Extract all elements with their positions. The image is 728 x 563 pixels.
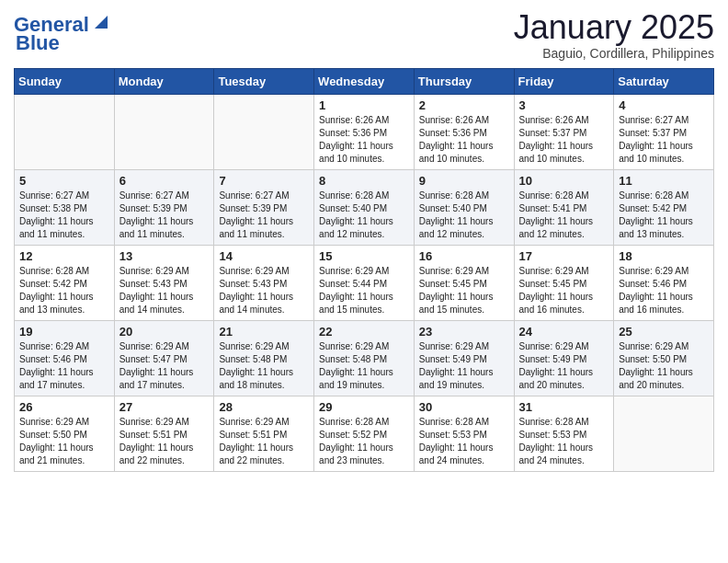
calendar-week-1: 1Sunrise: 6:26 AM Sunset: 5:36 PM Daylig… [15, 94, 714, 169]
day-cell-21: 21Sunrise: 6:29 AM Sunset: 5:48 PM Dayli… [214, 320, 314, 396]
day-cell-7: 7Sunrise: 6:27 AM Sunset: 5:39 PM Daylig… [214, 169, 314, 245]
day-info: Sunrise: 6:29 AM Sunset: 5:43 PM Dayligh… [219, 265, 309, 316]
day-cell-22: 22Sunrise: 6:29 AM Sunset: 5:48 PM Dayli… [314, 320, 415, 396]
day-number: 20 [119, 325, 210, 339]
day-header-thursday: Thursday [414, 68, 514, 94]
day-info: Sunrise: 6:29 AM Sunset: 5:44 PM Dayligh… [319, 265, 409, 316]
calendar-week-3: 12Sunrise: 6:28 AM Sunset: 5:42 PM Dayli… [15, 245, 714, 320]
day-cell-3: 3Sunrise: 6:26 AM Sunset: 5:37 PM Daylig… [514, 94, 614, 169]
empty-cell [614, 396, 714, 471]
day-cell-2: 2Sunrise: 6:26 AM Sunset: 5:36 PM Daylig… [414, 94, 514, 169]
day-cell-14: 14Sunrise: 6:29 AM Sunset: 5:43 PM Dayli… [214, 245, 314, 320]
day-number: 9 [419, 174, 509, 188]
day-cell-27: 27Sunrise: 6:29 AM Sunset: 5:51 PM Dayli… [114, 396, 214, 471]
day-number: 12 [19, 249, 109, 263]
day-info: Sunrise: 6:29 AM Sunset: 5:43 PM Dayligh… [119, 265, 210, 316]
day-number: 19 [19, 325, 109, 339]
day-info: Sunrise: 6:28 AM Sunset: 5:42 PM Dayligh… [619, 190, 709, 241]
day-number: 10 [519, 174, 609, 188]
day-number: 27 [119, 400, 210, 414]
day-header-wednesday: Wednesday [314, 68, 415, 94]
day-cell-11: 11Sunrise: 6:28 AM Sunset: 5:42 PM Dayli… [614, 169, 714, 245]
day-cell-5: 5Sunrise: 6:27 AM Sunset: 5:38 PM Daylig… [15, 169, 115, 245]
day-info: Sunrise: 6:26 AM Sunset: 5:37 PM Dayligh… [519, 114, 609, 166]
day-number: 13 [119, 249, 210, 263]
day-number: 18 [619, 249, 709, 263]
day-info: Sunrise: 6:28 AM Sunset: 5:42 PM Dayligh… [19, 265, 109, 316]
day-header-tuesday: Tuesday [214, 68, 314, 94]
day-cell-6: 6Sunrise: 6:27 AM Sunset: 5:39 PM Daylig… [114, 169, 214, 245]
day-cell-1: 1Sunrise: 6:26 AM Sunset: 5:36 PM Daylig… [314, 94, 415, 169]
day-number: 6 [119, 174, 210, 188]
calendar-week-4: 19Sunrise: 6:29 AM Sunset: 5:46 PM Dayli… [15, 320, 714, 396]
day-header-friday: Friday [514, 68, 614, 94]
day-number: 14 [219, 249, 309, 263]
day-number: 29 [319, 400, 409, 414]
day-cell-9: 9Sunrise: 6:28 AM Sunset: 5:40 PM Daylig… [414, 169, 514, 245]
day-info: Sunrise: 6:29 AM Sunset: 5:51 PM Dayligh… [219, 416, 309, 467]
calendar-week-5: 26Sunrise: 6:29 AM Sunset: 5:50 PM Dayli… [15, 396, 714, 471]
day-info: Sunrise: 6:29 AM Sunset: 5:49 PM Dayligh… [419, 340, 509, 392]
calendar-week-2: 5Sunrise: 6:27 AM Sunset: 5:38 PM Daylig… [15, 169, 714, 245]
month-title: January 2025 [514, 9, 714, 46]
day-cell-15: 15Sunrise: 6:29 AM Sunset: 5:44 PM Dayli… [314, 245, 415, 320]
day-cell-12: 12Sunrise: 6:28 AM Sunset: 5:42 PM Dayli… [15, 245, 115, 320]
day-number: 21 [219, 325, 309, 339]
day-number: 30 [419, 400, 509, 414]
day-header-sunday: Sunday [15, 68, 115, 94]
logo-icon [91, 12, 111, 32]
day-info: Sunrise: 6:28 AM Sunset: 5:40 PM Dayligh… [419, 190, 509, 241]
day-info: Sunrise: 6:28 AM Sunset: 5:53 PM Dayligh… [419, 416, 509, 467]
day-number: 25 [619, 325, 709, 339]
day-info: Sunrise: 6:29 AM Sunset: 5:48 PM Dayligh… [319, 340, 409, 392]
location: Baguio, Cordillera, Philippines [514, 46, 714, 61]
day-number: 11 [619, 174, 709, 188]
day-cell-24: 24Sunrise: 6:29 AM Sunset: 5:49 PM Dayli… [514, 320, 614, 396]
day-info: Sunrise: 6:27 AM Sunset: 5:37 PM Dayligh… [619, 114, 709, 166]
day-info: Sunrise: 6:28 AM Sunset: 5:53 PM Dayligh… [519, 416, 609, 467]
day-cell-19: 19Sunrise: 6:29 AM Sunset: 5:46 PM Dayli… [15, 320, 115, 396]
title-block: January 2025 Baguio, Cordillera, Philipp… [514, 9, 714, 61]
day-cell-13: 13Sunrise: 6:29 AM Sunset: 5:43 PM Dayli… [114, 245, 214, 320]
day-cell-30: 30Sunrise: 6:28 AM Sunset: 5:53 PM Dayli… [414, 396, 514, 471]
day-info: Sunrise: 6:29 AM Sunset: 5:50 PM Dayligh… [619, 340, 709, 392]
day-cell-26: 26Sunrise: 6:29 AM Sunset: 5:50 PM Dayli… [15, 396, 115, 471]
day-info: Sunrise: 6:29 AM Sunset: 5:45 PM Dayligh… [519, 265, 609, 316]
day-info: Sunrise: 6:28 AM Sunset: 5:40 PM Dayligh… [319, 190, 409, 241]
calendar-header-row: SundayMondayTuesdayWednesdayThursdayFrid… [15, 68, 714, 94]
day-cell-18: 18Sunrise: 6:29 AM Sunset: 5:46 PM Dayli… [614, 245, 714, 320]
day-number: 8 [319, 174, 409, 188]
day-info: Sunrise: 6:29 AM Sunset: 5:50 PM Dayligh… [19, 416, 109, 467]
empty-cell [214, 94, 314, 169]
svg-marker-0 [95, 16, 108, 29]
day-info: Sunrise: 6:29 AM Sunset: 5:48 PM Dayligh… [219, 340, 309, 392]
logo: General Blue [14, 14, 111, 54]
day-number: 4 [619, 98, 709, 112]
day-cell-8: 8Sunrise: 6:28 AM Sunset: 5:40 PM Daylig… [314, 169, 415, 245]
day-cell-10: 10Sunrise: 6:28 AM Sunset: 5:41 PM Dayli… [514, 169, 614, 245]
day-header-saturday: Saturday [614, 68, 714, 94]
day-cell-16: 16Sunrise: 6:29 AM Sunset: 5:45 PM Dayli… [414, 245, 514, 320]
day-info: Sunrise: 6:27 AM Sunset: 5:39 PM Dayligh… [219, 190, 309, 241]
day-number: 3 [519, 98, 609, 112]
page-header: General Blue January 2025 Baguio, Cordil… [14, 9, 714, 61]
day-number: 28 [219, 400, 309, 414]
day-cell-29: 29Sunrise: 6:28 AM Sunset: 5:52 PM Dayli… [314, 396, 415, 471]
day-info: Sunrise: 6:29 AM Sunset: 5:46 PM Dayligh… [619, 265, 709, 316]
day-cell-25: 25Sunrise: 6:29 AM Sunset: 5:50 PM Dayli… [614, 320, 714, 396]
calendar-table: SundayMondayTuesdayWednesdayThursdayFrid… [14, 68, 714, 472]
day-info: Sunrise: 6:29 AM Sunset: 5:49 PM Dayligh… [519, 340, 609, 392]
day-number: 23 [419, 325, 509, 339]
day-cell-17: 17Sunrise: 6:29 AM Sunset: 5:45 PM Dayli… [514, 245, 614, 320]
day-number: 7 [219, 174, 309, 188]
day-info: Sunrise: 6:29 AM Sunset: 5:51 PM Dayligh… [119, 416, 210, 467]
day-number: 26 [19, 400, 109, 414]
day-number: 16 [419, 249, 509, 263]
day-cell-28: 28Sunrise: 6:29 AM Sunset: 5:51 PM Dayli… [214, 396, 314, 471]
day-number: 31 [519, 400, 609, 414]
day-cell-20: 20Sunrise: 6:29 AM Sunset: 5:47 PM Dayli… [114, 320, 214, 396]
day-number: 17 [519, 249, 609, 263]
day-cell-31: 31Sunrise: 6:28 AM Sunset: 5:53 PM Dayli… [514, 396, 614, 471]
day-info: Sunrise: 6:26 AM Sunset: 5:36 PM Dayligh… [319, 114, 409, 166]
day-info: Sunrise: 6:29 AM Sunset: 5:46 PM Dayligh… [19, 340, 109, 392]
